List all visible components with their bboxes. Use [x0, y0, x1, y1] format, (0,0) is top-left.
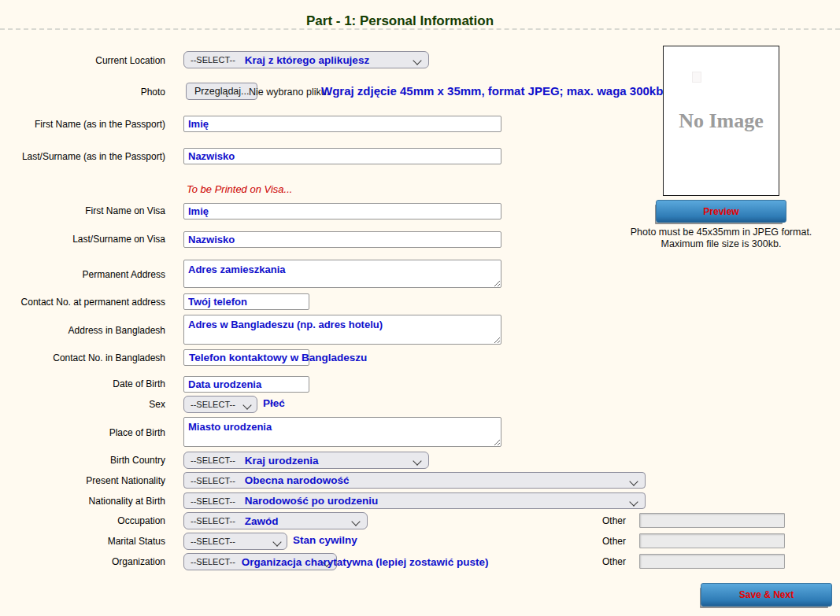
chevron-down-icon	[242, 400, 251, 409]
chevron-down-icon	[272, 537, 281, 546]
permanent-address-textarea[interactable]: Adres zamieszkania	[183, 260, 501, 288]
current-location-select[interactable]: --SELECT-- Kraj z którego aplikujesz	[183, 51, 429, 68]
first-name-visa-label: First Name on Visa	[0, 205, 165, 216]
dob-label: Date of Birth	[0, 378, 165, 389]
select-placeholder: --SELECT--	[191, 537, 235, 546]
photo-preview-frame: No Image	[663, 46, 779, 196]
present-nationality-hint: Obecna narodowość	[245, 474, 350, 486]
photo-caption-line1: Photo must be 45x35mm in JPEG format.	[615, 227, 827, 238]
select-placeholder: --SELECT--	[191, 55, 235, 65]
current-location-label: Current Location	[0, 55, 165, 66]
save-next-button[interactable]: Save & Next	[701, 583, 832, 607]
first-name-label: First Name (as in the Passport)	[0, 119, 165, 130]
select-placeholder: --SELECT--	[191, 516, 235, 526]
marital-status-other-label: Other	[547, 536, 626, 547]
nationality-at-birth-label: Nationality at Birth	[0, 496, 165, 507]
contact-bd-label: Contact No. in Bangladesh	[0, 352, 165, 363]
visa-form-page: Part - 1: Personal Information Current L…	[0, 0, 840, 616]
address-bd-textarea[interactable]: Adres w Bangladeszu (np. adres hotelu)	[183, 315, 501, 345]
organization-other-label: Other	[547, 556, 626, 567]
chevron-down-icon	[351, 517, 360, 526]
sex-select[interactable]: --SELECT--	[183, 396, 257, 413]
occupation-select[interactable]: --SELECT-- Zawód	[183, 512, 368, 529]
no-image-text: No Image	[679, 109, 764, 133]
organization-other-input[interactable]	[639, 554, 785, 569]
occupation-label: Occupation	[0, 515, 165, 526]
contact-permanent-input[interactable]	[183, 293, 309, 310]
broken-image-icon	[692, 72, 701, 83]
birth-country-select[interactable]: --SELECT-- Kraj urodzenia	[183, 452, 429, 469]
photo-browse-button[interactable]: Przeglądaj...	[186, 83, 257, 100]
birth-country-hint: Kraj urodzenia	[245, 455, 319, 467]
current-location-hint: Kraj z którego aplikujesz	[245, 54, 369, 66]
birth-country-label: Birth Country	[0, 455, 165, 466]
organization-hint: Organizacja charytatywna (lepiej zostawi…	[242, 556, 489, 568]
photo-file-status: Nie wybrano pliku.	[249, 87, 329, 98]
organization-label: Organization	[0, 556, 165, 567]
address-bd-label: Address in Bangladesh	[0, 325, 165, 336]
chevron-down-icon	[629, 497, 638, 506]
chevron-down-icon	[413, 56, 421, 65]
chevron-down-icon	[629, 477, 638, 485]
last-name-visa-label: Last/Surname on Visa	[0, 234, 165, 245]
marital-status-label: Marital Status	[0, 536, 165, 547]
place-of-birth-label: Place of Birth	[0, 427, 165, 438]
marital-status-other-input[interactable]	[639, 533, 785, 548]
dob-input[interactable]	[183, 376, 309, 393]
last-name-visa-input[interactable]	[183, 231, 501, 248]
occupation-hint: Zawód	[245, 515, 279, 527]
contact-bd-value-overlay: Telefon kontaktowy w Bangladeszu	[189, 352, 367, 363]
select-placeholder: --SELECT--	[191, 496, 235, 506]
divider	[0, 28, 840, 30]
organization-select[interactable]: --SELECT-- Organizacja charytatywna (lep…	[183, 553, 337, 570]
nationality-at-birth-select[interactable]: --SELECT-- Narodowość po urodzeniu	[183, 492, 646, 509]
preview-button[interactable]: Preview	[656, 200, 786, 223]
present-nationality-label: Present Nationality	[0, 475, 165, 486]
present-nationality-select[interactable]: --SELECT-- Obecna narodowość	[183, 472, 646, 489]
occupation-other-label: Other	[547, 515, 626, 526]
sex-label: Sex	[0, 399, 165, 410]
select-placeholder: --SELECT--	[191, 456, 235, 465]
first-name-input[interactable]	[183, 116, 501, 132]
marital-status-select[interactable]: --SELECT--	[183, 533, 287, 550]
marital-status-hint: Stan cywilny	[293, 534, 357, 546]
last-name-input[interactable]	[183, 148, 501, 164]
last-name-label: Last/Surname (as in the Passport)	[0, 151, 165, 162]
photo-caption-line2: Maximum file size is 300kb.	[615, 238, 827, 250]
sex-hint: Płeć	[263, 397, 285, 409]
permanent-address-label: Permanent Address	[0, 269, 165, 280]
visa-print-note: To be Printed on Visa...	[187, 183, 292, 195]
select-placeholder: --SELECT--	[191, 400, 235, 409]
first-name-visa-input[interactable]	[183, 203, 501, 219]
page-title: Part - 1: Personal Information	[0, 13, 800, 29]
contact-permanent-label: Contact No. at permanent address	[0, 297, 165, 308]
place-of-birth-textarea[interactable]: Miasto urodzenia	[183, 417, 501, 447]
select-placeholder: --SELECT--	[191, 557, 235, 566]
photo-hint: Wgraj zdjęcie 45mm x 35mm, format JPEG; …	[321, 84, 663, 98]
chevron-down-icon	[413, 456, 421, 465]
photo-requirements-caption: Photo must be 45x35mm in JPEG format. Ma…	[615, 227, 827, 250]
occupation-other-input[interactable]	[639, 513, 785, 528]
select-placeholder: --SELECT--	[191, 476, 235, 485]
nationality-at-birth-hint: Narodowość po urodzeniu	[245, 495, 379, 507]
photo-label: Photo	[0, 87, 165, 98]
